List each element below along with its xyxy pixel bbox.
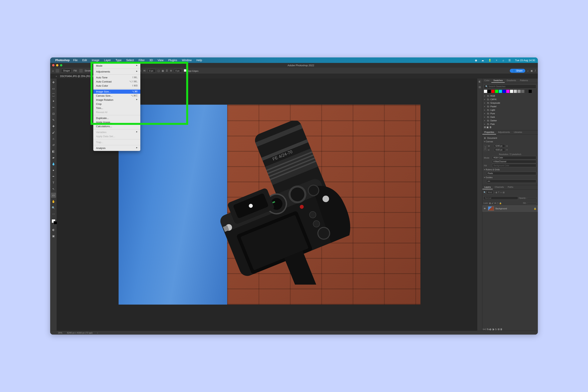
trash-icon[interactable]: 🗑 xyxy=(490,126,492,128)
export-icon[interactable]: ⤴ xyxy=(535,70,536,72)
swatch[interactable] xyxy=(518,90,520,93)
rulers-section-label[interactable]: Rulers & Grids xyxy=(484,168,536,171)
wand-tool-icon[interactable]: ✦ xyxy=(51,98,56,104)
guide-color-select[interactable]: ━━ xyxy=(486,180,536,183)
tab-color[interactable]: Color xyxy=(482,78,491,83)
path-align-icon[interactable]: ▦ xyxy=(162,70,164,72)
tab-patterns[interactable]: Patterns xyxy=(518,78,530,83)
layer-row[interactable]: 👁 Background 🔒 xyxy=(482,206,538,212)
swatch-folder[interactable]: 🗀 RGB xyxy=(484,94,536,98)
collapsed-panel-icon[interactable]: ▤ xyxy=(479,86,481,88)
menubar-clock[interactable]: Tue 15 Aug 14:30 xyxy=(515,59,535,62)
lasso-tool-icon[interactable]: ⁐ xyxy=(51,92,56,98)
layer-mask-icon[interactable]: ◐ xyxy=(490,328,491,331)
menu-item-analysis[interactable]: Analysis xyxy=(93,146,140,150)
swatch[interactable] xyxy=(506,90,510,93)
swatch[interactable] xyxy=(525,90,528,93)
swatch[interactable] xyxy=(495,90,498,93)
new-layer-icon[interactable]: ⊞ xyxy=(498,328,500,331)
height-field[interactable]: 0 px xyxy=(148,69,156,72)
path-tool-icon[interactable]: ↖ xyxy=(51,186,56,192)
minimize-window-button[interactable] xyxy=(56,64,58,66)
layer-thumbnail[interactable] xyxy=(488,206,494,211)
menu-file[interactable]: File xyxy=(73,58,78,62)
brush-tool-icon[interactable]: 🖌 xyxy=(51,130,56,135)
share-button[interactable]: 👤Share xyxy=(510,69,525,73)
swatch[interactable] xyxy=(521,90,524,93)
color-mode-select[interactable]: RGB Color xyxy=(492,156,536,159)
shape-mode-select[interactable]: Shape xyxy=(61,69,72,73)
swatch-folder[interactable]: 🗀 Darker xyxy=(484,119,536,122)
lock-pos-icon[interactable]: ✥ xyxy=(494,202,496,204)
menu-type[interactable]: Type xyxy=(116,58,122,62)
menu-item-image-size[interactable]: Image Size...⌥⌘I xyxy=(93,90,140,94)
lock-trans-icon[interactable]: ▦ xyxy=(489,202,491,204)
swatch-folder[interactable]: 🗀 Dark xyxy=(484,115,536,119)
swatches-search-input[interactable]: 🔍 Search Swatches xyxy=(484,84,536,88)
ruler-units-select[interactable]: Pixels xyxy=(486,172,536,175)
menu-edit[interactable]: Edit xyxy=(82,58,87,62)
gear-icon[interactable]: ⚙ xyxy=(170,70,172,72)
swatch[interactable] xyxy=(510,90,513,93)
menu-help[interactable]: Help xyxy=(196,58,202,62)
tab-swatches[interactable]: Swatches xyxy=(491,78,505,83)
path-arrange-icon[interactable]: ☰ xyxy=(166,70,168,72)
lock-nest-icon[interactable]: ▢ xyxy=(497,202,498,204)
tool-preset-icon[interactable] xyxy=(56,69,59,72)
tab-channels[interactable]: Channels xyxy=(493,185,506,189)
pen-tool-icon[interactable]: ✒ xyxy=(51,174,56,179)
home-icon[interactable]: ⌂ xyxy=(52,69,54,72)
menu-window[interactable]: Window xyxy=(182,58,192,62)
filter-smart-icon[interactable]: ▤ xyxy=(503,191,504,194)
eyedropper-tool-icon[interactable]: ✎ xyxy=(51,118,56,122)
heal-tool-icon[interactable]: ✚ xyxy=(51,124,56,129)
menu-3d[interactable]: 3D xyxy=(149,58,153,62)
menu-item-mode[interactable]: Mode xyxy=(93,64,140,68)
menu-item-crop[interactable]: Crop xyxy=(93,102,140,106)
tab-paths[interactable]: Paths xyxy=(506,185,515,189)
cc-icon[interactable]: ☁ xyxy=(482,59,484,62)
screenmode-icon[interactable]: ▣ xyxy=(51,234,56,238)
opacity-field[interactable] xyxy=(527,198,537,199)
canvas-section-label[interactable]: Canvas xyxy=(484,140,536,143)
swatch[interactable] xyxy=(502,90,506,93)
crop-tool-icon[interactable]: ✂ xyxy=(51,105,56,110)
tab-libraries[interactable]: Libraries xyxy=(512,130,524,134)
swatch-folder[interactable]: 🗀 Pale xyxy=(484,122,536,126)
filter-adj-icon[interactable]: ◐ xyxy=(496,191,498,194)
lock-all-icon[interactable]: 🔒 xyxy=(499,202,502,204)
close-window-button[interactable] xyxy=(52,64,54,66)
menu-item-trim[interactable]: Trim... xyxy=(93,106,140,110)
align-edges-checkbox[interactable] xyxy=(184,69,186,72)
layer-visibility-icon[interactable]: 👁 xyxy=(484,207,486,210)
layer-filter-select[interactable]: Kind xyxy=(487,191,493,194)
delete-layer-icon[interactable]: 🗑 xyxy=(500,328,502,331)
menu-item-apply-image[interactable]: Apply Image... xyxy=(93,120,140,124)
swatch[interactable] xyxy=(488,90,491,93)
record-icon[interactable]: ◉ xyxy=(475,59,477,62)
menu-item-duplicate[interactable]: Duplicate... xyxy=(93,116,140,120)
radius-field[interactable]: 0 px xyxy=(174,69,182,72)
menu-item-calculations[interactable]: Calculations... xyxy=(93,124,140,128)
collapsed-panel-icon[interactable]: ◧ xyxy=(479,80,481,83)
blur-tool-icon[interactable]: 💧 xyxy=(51,161,56,166)
zoom-window-button[interactable] xyxy=(60,64,62,66)
battery-icon[interactable]: 🔋 xyxy=(488,59,491,62)
zoom-level[interactable]: 25% xyxy=(58,332,62,334)
new-swatch-icon[interactable]: ▣ xyxy=(486,126,489,128)
swatch-folder[interactable]: 🗀 Light xyxy=(484,108,536,112)
blend-mode-select[interactable]: Normal xyxy=(484,196,518,200)
search-icon[interactable]: ⌕ xyxy=(502,59,504,62)
search-ps-icon[interactable]: ⌕ xyxy=(527,70,528,72)
link-dims-icon[interactable]: ⊃⊂ xyxy=(484,145,487,151)
filter-type-icon[interactable]: T xyxy=(498,191,500,194)
swatch-folder[interactable]: 🗀 Pure xyxy=(484,112,536,115)
frame-tool-icon[interactable]: ⊡ xyxy=(51,111,56,116)
tab-layers[interactable]: Layers xyxy=(482,185,493,189)
guides-section-label[interactable]: Guides xyxy=(484,176,536,179)
canvas-fill-select[interactable]: Background Color xyxy=(492,164,536,167)
swatch[interactable] xyxy=(514,90,517,93)
control-center-icon[interactable]: ☰ xyxy=(508,59,511,62)
menu-item-auto-color[interactable]: Auto Color⇧⌘B xyxy=(93,84,140,88)
app-name[interactable]: Photoshop xyxy=(55,58,70,62)
